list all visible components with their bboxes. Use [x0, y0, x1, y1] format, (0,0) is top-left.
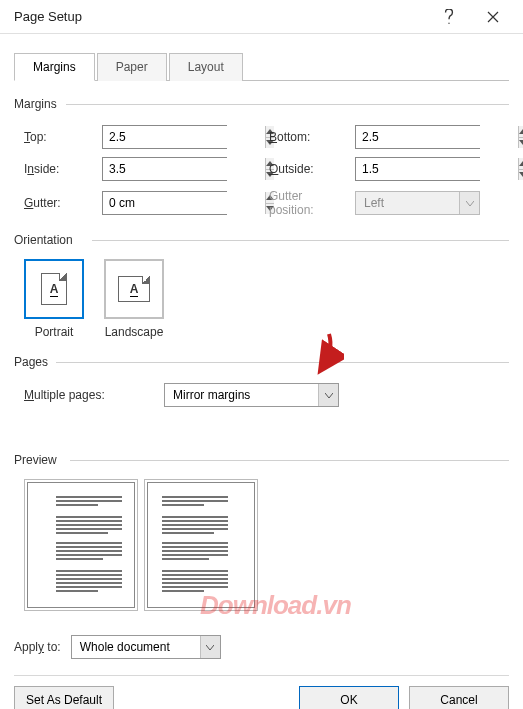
preview-heading: Preview	[14, 453, 57, 467]
tab-margins[interactable]: Margins	[14, 53, 95, 81]
tab-paper[interactable]: Paper	[97, 53, 167, 81]
set-default-button[interactable]: Set As Default	[14, 686, 114, 709]
help-icon[interactable]	[427, 2, 471, 32]
gutter-label: Gutter:	[24, 196, 96, 210]
ok-button[interactable]: OK	[299, 686, 399, 709]
multiple-pages-label: Multiple pages:	[24, 388, 154, 402]
pages-heading: Pages	[14, 355, 48, 369]
portrait-label: Portrait	[24, 325, 84, 339]
bottom-label: Bottom:	[269, 130, 349, 144]
gutter-input[interactable]	[102, 191, 227, 215]
portrait-option[interactable]: A Portrait	[24, 259, 84, 339]
tab-layout[interactable]: Layout	[169, 53, 243, 81]
landscape-icon: A	[118, 276, 150, 302]
outside-label: Outside:	[269, 162, 349, 176]
margins-section: Margins Top: Bottom: Inside: Outside: Gu…	[14, 97, 509, 217]
orientation-heading: Orientation	[14, 233, 73, 247]
preview-page-left	[24, 479, 138, 611]
dialog-title: Page Setup	[14, 9, 427, 24]
outside-input[interactable]	[355, 157, 480, 181]
inside-input[interactable]	[102, 157, 227, 181]
preview-section: Preview	[14, 453, 509, 611]
pages-section: Pages Multiple pages: Mirror margins	[14, 355, 509, 407]
apply-select[interactable]: Whole document	[71, 635, 221, 659]
portrait-icon: A	[41, 273, 67, 305]
watermark: Download.vn	[200, 590, 351, 621]
apply-row: Apply to: Whole document	[14, 635, 509, 659]
chevron-down-icon[interactable]	[200, 636, 220, 658]
top-label: Top:	[24, 130, 96, 144]
gutterpos-label: Gutter position:	[269, 189, 349, 217]
orientation-section: Orientation A Portrait A Landscape	[14, 233, 509, 339]
apply-label: Apply to:	[14, 640, 61, 654]
spinner-icon[interactable]	[518, 158, 523, 180]
landscape-option[interactable]: A Landscape	[104, 259, 164, 339]
bottom-input[interactable]	[355, 125, 480, 149]
cancel-button[interactable]: Cancel	[409, 686, 509, 709]
inside-label: Inside:	[24, 162, 96, 176]
spinner-icon[interactable]	[518, 126, 523, 148]
annotation-arrow-icon	[284, 330, 344, 380]
landscape-label: Landscape	[104, 325, 164, 339]
close-icon[interactable]	[471, 2, 515, 32]
chevron-down-icon[interactable]	[318, 384, 338, 406]
gutterpos-select: Left	[355, 191, 480, 215]
titlebar: Page Setup	[0, 0, 523, 34]
top-input[interactable]	[102, 125, 227, 149]
margins-heading: Margins	[14, 97, 57, 111]
chevron-down-icon	[459, 192, 479, 214]
footer: Set As Default OK Cancel	[14, 675, 509, 709]
multiple-pages-select[interactable]: Mirror margins	[164, 383, 339, 407]
tabs: Margins Paper Layout	[14, 52, 509, 81]
